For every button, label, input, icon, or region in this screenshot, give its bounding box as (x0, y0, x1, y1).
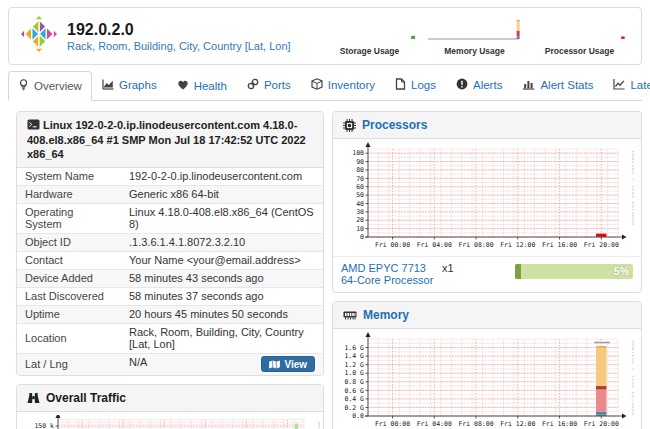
row-label: Uptime (17, 305, 121, 323)
tab-overview[interactable]: Overview (8, 71, 92, 101)
system-heading-text: Linux 192-0-2-0.ip.linodeusercontent.com… (27, 119, 306, 160)
memory-chip-icon (343, 309, 357, 321)
tab-alerts-label: Alerts (473, 79, 502, 91)
row-label: Hardware (17, 185, 121, 203)
row-value: N/AView (121, 353, 323, 375)
table-row: Operating SystemLinux 4.18.0-408.el8.x86… (17, 203, 323, 233)
bar-chart-icon (522, 78, 535, 92)
table-row: LocationRack, Room, Building, City, Coun… (17, 323, 323, 353)
tab-alerts[interactable]: Alerts (446, 71, 512, 100)
storage-usage-sparkline[interactable]: Storage Usage (320, 17, 419, 56)
map-icon (269, 360, 280, 369)
right-column: Processors 0102030405060708090100Fri 00:… (332, 111, 642, 429)
tab-ports-label: Ports (264, 79, 291, 91)
traffic-rrd-graph: 050 k100 k150 kRRDTOOL / TOBI OETIKER (20, 415, 320, 429)
row-label: Device Added (17, 269, 121, 287)
processor-usage-graph (531, 17, 628, 43)
memory-card: Memory 0.00.2 G0.4 G0.6 G0.8 G1.0 G1.2 G… (332, 301, 642, 429)
svg-text:0.6 G: 0.6 G (344, 387, 364, 395)
memory-chart[interactable]: 0.00.2 G0.4 G0.6 G0.8 G1.0 G1.2 G1.4 G1.… (333, 329, 641, 429)
overall-traffic-title: Overall Traffic (46, 391, 126, 405)
device-tabbar: Overview Graphs Health Ports Inventory L… (8, 71, 642, 101)
svg-text:Fri 08:00: Fri 08:00 (458, 241, 493, 249)
svg-text:Fri 20:00: Fri 20:00 (584, 241, 619, 249)
row-value: Your Name <your@email.address> (121, 251, 323, 269)
memory-usage-graph (426, 17, 523, 43)
table-row: Last Discovered58 minutes 37 seconds ago (17, 287, 323, 305)
svg-text:RRDTOOL / TOBI OETIKER: RRDTOOL / TOBI OETIKER (631, 341, 634, 416)
row-label: Object ID (17, 233, 121, 251)
cpu-usage-percent: 5% (614, 265, 629, 277)
tab-alert-stats-label: Alert Stats (540, 79, 593, 91)
tab-health[interactable]: Health (167, 72, 237, 100)
cpu-name-link[interactable]: AMD EPYC 7713 (341, 262, 426, 274)
box-icon (311, 78, 323, 92)
main-content: Linux 192-0-2-0.ip.linodeusercontent.com… (0, 101, 650, 429)
processors-heading: Processors (333, 112, 641, 139)
system-card-heading: Linux 192-0-2-0.ip.linodeusercontent.com… (17, 112, 323, 168)
svg-text:Fri 04:00: Fri 04:00 (417, 420, 452, 428)
memory-title: Memory (363, 308, 409, 322)
svg-text:40: 40 (356, 200, 364, 208)
svg-text:100: 100 (352, 149, 364, 157)
tab-health-label: Health (194, 80, 227, 92)
tab-latency-label: Latency (630, 79, 650, 91)
tab-graphs[interactable]: Graphs (92, 71, 167, 100)
cpu-row: AMD EPYC 7713x1 64-Core Processor 5% (333, 256, 641, 292)
device-title: 192.0.2.0 (67, 20, 291, 39)
processors-title: Processors (362, 118, 427, 132)
svg-text:Fri 00:00: Fri 00:00 (375, 420, 410, 428)
cpu-usage-bar: 5% (515, 264, 633, 279)
row-label: Lat / Lng (17, 353, 121, 375)
row-value: 58 minutes 43 seconds ago (121, 269, 323, 287)
terminal-icon (27, 119, 40, 130)
overall-traffic-card: Overall Traffic 050 k100 k150 kRRDTOOL /… (16, 384, 324, 429)
row-label: Operating System (17, 203, 121, 233)
svg-text:0.0: 0.0 (352, 412, 364, 420)
svg-text:50: 50 (356, 191, 364, 199)
svg-text:10: 10 (356, 225, 364, 233)
line-chart-icon (613, 78, 625, 92)
memory-usage-sparkline[interactable]: Memory Usage (425, 17, 524, 56)
row-value: .1.3.6.1.4.1.8072.3.2.10 (121, 233, 323, 251)
processor-usage-sparkline[interactable]: Processor Usage (530, 17, 629, 56)
centos-logo (21, 16, 57, 56)
tab-graphs-label: Graphs (119, 79, 157, 91)
cpu-info: AMD EPYC 7713x1 64-Core Processor (341, 262, 454, 286)
device-location-link[interactable]: Rack, Room, Building, City, Country [Lat… (67, 40, 291, 52)
svg-text:70: 70 (356, 175, 364, 183)
device-overview-page: 192.0.2.0 Rack, Room, Building, City, Co… (0, 0, 650, 429)
row-label: System Name (17, 168, 121, 186)
overall-traffic-chart[interactable]: 050 k100 k150 kRRDTOOL / TOBI OETIKER (17, 412, 323, 429)
processors-card: Processors 0102030405060708090100Fri 00:… (332, 111, 642, 293)
svg-text:150 k: 150 k (34, 422, 54, 429)
svg-text:30: 30 (356, 208, 364, 216)
processors-chart[interactable]: 0102030405060708090100Fri 00:00Fri 04:00… (333, 139, 641, 256)
svg-text:Fri 16:00: Fri 16:00 (542, 241, 577, 249)
svg-text:Fri 12:00: Fri 12:00 (500, 420, 535, 428)
table-row: Uptime20 hours 45 minutes 50 seconds (17, 305, 323, 323)
cpu-desc-link[interactable]: 64-Core Processor (341, 274, 433, 286)
memory-usage-label: Memory Usage (425, 47, 524, 56)
tab-ports[interactable]: Ports (237, 71, 301, 100)
view-map-button[interactable]: View (261, 356, 315, 372)
binoculars-icon (27, 392, 40, 404)
svg-text:0.4 G: 0.4 G (344, 395, 364, 403)
storage-usage-graph (321, 17, 418, 43)
cpu-icon (343, 119, 356, 132)
svg-text:20: 20 (356, 216, 364, 224)
svg-text:Fri 20:00: Fri 20:00 (584, 420, 619, 428)
tab-latency[interactable]: Latency (603, 71, 650, 100)
heart-icon (177, 79, 189, 92)
tab-alert-stats[interactable]: Alert Stats (512, 71, 603, 100)
svg-text:80: 80 (356, 166, 364, 174)
tab-inventory-label: Inventory (328, 79, 375, 91)
memory-heading: Memory (333, 302, 641, 329)
tab-inventory[interactable]: Inventory (301, 71, 385, 100)
svg-text:Fri 00:00: Fri 00:00 (375, 241, 410, 249)
processors-rrd-graph: 0102030405060708090100Fri 00:00Fri 04:00… (336, 142, 634, 250)
svg-text:1.0 G: 1.0 G (344, 369, 364, 377)
tab-logs[interactable]: Logs (385, 71, 446, 100)
svg-text:RRDTOOL / TOBI OETIKER: RRDTOOL / TOBI OETIKER (317, 422, 320, 429)
table-row: System Name192-0-2-0.ip.linodeuserconten… (17, 168, 323, 186)
